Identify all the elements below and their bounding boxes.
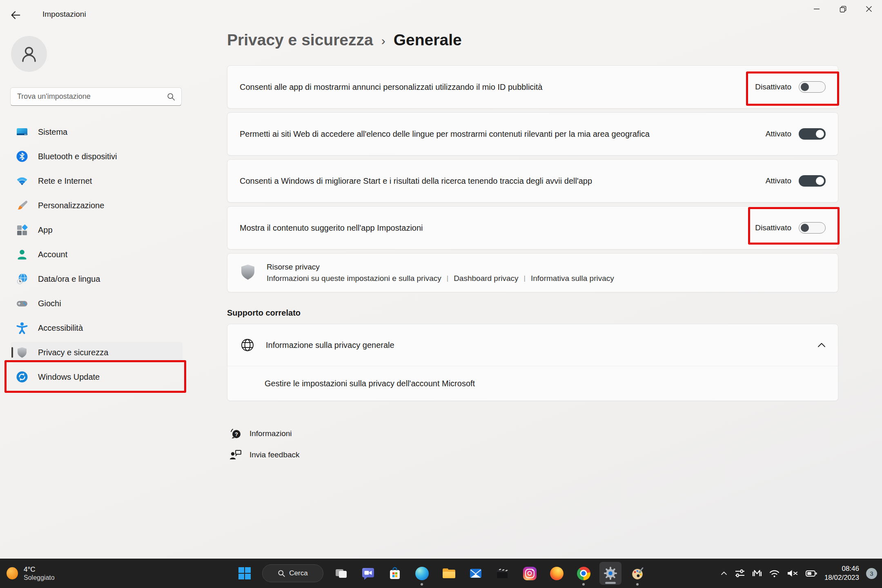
sidebar-item-account[interactable]: Account [11, 242, 183, 267]
sidebar-item-label: Accessibilità [38, 323, 83, 333]
toggle-knob [801, 224, 809, 232]
paint-icon [631, 567, 644, 580]
video-editor-button[interactable] [491, 560, 514, 586]
running-indicator [582, 583, 585, 586]
paint-button[interactable] [626, 560, 649, 586]
back-button[interactable] [7, 7, 24, 23]
expander-header[interactable]: Informazione sulla privacy generale [227, 324, 838, 366]
shield-icon [16, 346, 29, 359]
taskbar-center: Cerca [233, 559, 649, 588]
weather-widget[interactable]: 4°C Soleggiato [7, 559, 55, 588]
weather-temp: 4°C [24, 565, 55, 574]
section-header-support: Supporto correlato [227, 308, 838, 318]
sidebar-item-rete[interactable]: Rete e Internet [11, 169, 183, 193]
toggle-knob [801, 83, 809, 91]
windows-update-icon [16, 370, 29, 383]
help-bubble-icon: ? [229, 427, 243, 441]
close-button[interactable] [856, 0, 882, 18]
about-label: Informazioni [249, 429, 292, 438]
sidebar-item-sistema[interactable]: Sistema [11, 120, 183, 144]
chevron-up-icon[interactable] [817, 343, 826, 347]
notification-badge[interactable]: 3 [866, 568, 877, 579]
settings-button-active[interactable] [599, 560, 622, 586]
about-link[interactable]: ? Informazioni [227, 423, 292, 444]
support-expander-card: Informazione sulla privacy generale Gest… [227, 324, 838, 401]
toggle-state-label: Attivato [766, 129, 791, 138]
sidebar-item-label: Personalizzazione [38, 201, 104, 210]
clock[interactable]: 08:46 18/02/2023 [824, 564, 859, 582]
personalization-icon [16, 199, 29, 212]
sidebar-item-personalizzazione[interactable]: Personalizzazione [11, 193, 183, 218]
toggle-switch-language-list[interactable] [799, 128, 826, 140]
start-icon [238, 566, 252, 580]
sidebar-item-data-ora[interactable]: Data/ora e lingua [11, 267, 183, 291]
tray-sliders-icon[interactable] [735, 568, 745, 579]
privacy-resources-card: Risorse privacy Informazioni su queste i… [227, 253, 838, 292]
toggle-switch-app-launch-tracking[interactable] [799, 175, 826, 187]
minimize-button[interactable] [804, 0, 830, 18]
accessibility-icon [16, 321, 29, 334]
settings-window: Impostazioni [0, 0, 882, 588]
sidebar-item-giochi[interactable]: Giochi [11, 291, 183, 316]
sidebar-item-app[interactable]: App [11, 218, 183, 242]
minimize-icon [813, 6, 820, 12]
system-icon [16, 125, 29, 138]
search-box [10, 87, 182, 106]
toggle-switch-ad-id[interactable] [799, 81, 826, 93]
store-button[interactable] [383, 560, 407, 586]
file-explorer-button[interactable] [437, 560, 461, 586]
restore-button[interactable] [830, 0, 856, 18]
sidebar-item-label: Account [38, 250, 67, 259]
tray-m-app-icon[interactable] [752, 568, 762, 578]
firefox-button[interactable] [545, 560, 568, 586]
setting-row-suggested-content: Mostra il contenuto suggerito nell'app I… [227, 206, 838, 249]
link-privacy-statement[interactable]: Informativa sulla privacy [531, 274, 614, 283]
link-privacy-info[interactable]: Informazioni su queste impostazioni e su… [267, 274, 441, 283]
task-view-button[interactable] [329, 560, 353, 586]
instagram-button[interactable] [518, 560, 541, 586]
expander-child-link[interactable]: Gestire le impostazioni sulla privacy de… [227, 366, 838, 401]
main-content: Consenti alle app di mostrarmi annunci p… [227, 65, 838, 465]
avatar[interactable] [11, 36, 47, 72]
battery-icon[interactable] [805, 568, 817, 578]
feedback-link[interactable]: Invia feedback [227, 445, 300, 465]
sidebar-item-accessibilita[interactable]: Accessibilità [11, 316, 183, 340]
sidebar: Sistema Bluetooth e dispositivi Rete e I… [0, 23, 204, 559]
sidebar-item-windows-update[interactable]: Windows Update [11, 365, 183, 389]
search-input[interactable] [11, 92, 167, 101]
chat-button[interactable] [356, 560, 380, 586]
shield-icon [240, 264, 256, 282]
mail-button[interactable] [464, 560, 488, 586]
wifi-icon[interactable] [769, 568, 780, 578]
tray-date: 18/02/2023 [824, 573, 859, 582]
setting-row-language-list: Permetti ai siti Web di accedere all'ele… [227, 112, 838, 156]
link-privacy-dashboard[interactable]: Dashboard privacy [454, 274, 518, 283]
time-language-icon [16, 272, 29, 285]
sidebar-item-bluetooth[interactable]: Bluetooth e dispositivi [11, 144, 183, 169]
taskbar: 4°C Soleggiato Cerca [0, 559, 882, 588]
setting-row-app-launch-tracking: Consenti a Windows di migliorare Start e… [227, 159, 838, 203]
web-globe-icon [240, 337, 255, 353]
setting-label: Consenti alle app di mostrarmi annunci p… [240, 82, 755, 92]
close-icon [866, 6, 872, 12]
start-button[interactable] [233, 560, 256, 586]
tray-chevron-up-icon[interactable] [720, 571, 728, 576]
edge-button[interactable] [410, 560, 434, 586]
search-icon [278, 570, 285, 577]
taskbar-search-label: Cerca [289, 569, 307, 577]
sidebar-item-label: Rete e Internet [38, 176, 92, 186]
video-editor-icon [496, 567, 510, 580]
chrome-button[interactable] [572, 560, 595, 586]
toggle-switch-suggested-content[interactable] [799, 222, 826, 234]
volume-muted-icon[interactable] [787, 568, 798, 578]
toggle-state-label: Attivato [766, 176, 791, 185]
setting-label: Permetti ai siti Web di accedere all'ele… [240, 129, 766, 139]
breadcrumb-parent[interactable]: Privacy e sicurezza [227, 31, 373, 49]
mail-icon [469, 567, 482, 580]
sidebar-item-label: Giochi [38, 299, 61, 308]
restore-icon [840, 6, 846, 13]
toggle-knob [816, 177, 824, 185]
taskbar-search[interactable]: Cerca [262, 564, 323, 582]
sidebar-item-privacy[interactable]: Privacy e sicurezza [11, 342, 183, 363]
setting-label: Mostra il contenuto suggerito nell'app I… [240, 223, 755, 233]
